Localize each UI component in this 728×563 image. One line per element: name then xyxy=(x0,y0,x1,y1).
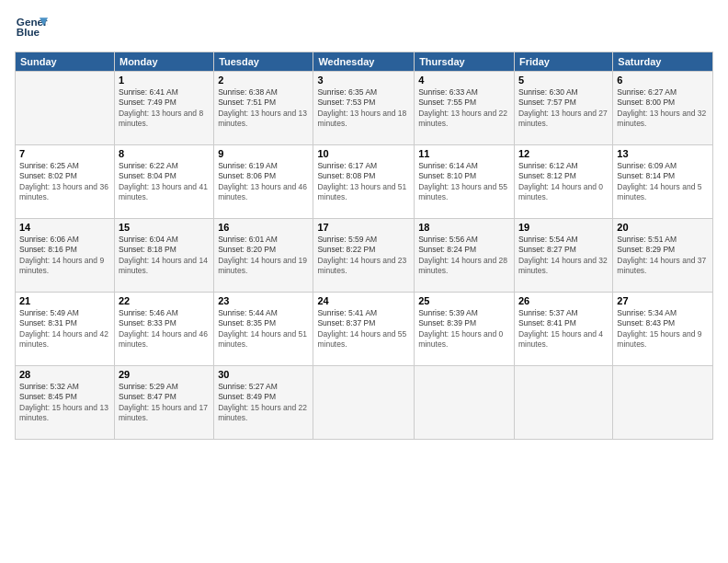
cell-sun-info: Sunrise: 5:46 AMSunset: 8:33 PMDaylight:… xyxy=(119,308,210,350)
cell-sunrise: Sunrise: 5:46 AM xyxy=(119,308,178,317)
calendar-cell: 6Sunrise: 6:27 AMSunset: 8:00 PMDaylight… xyxy=(613,72,713,145)
calendar-cell: 13Sunrise: 6:09 AMSunset: 8:14 PMDayligh… xyxy=(613,145,713,219)
cell-sunset: Sunset: 8:00 PM xyxy=(617,98,675,107)
cell-sunset: Sunset: 8:39 PM xyxy=(418,318,476,327)
calendar-week-row: 1Sunrise: 6:41 AMSunset: 7:49 PMDaylight… xyxy=(16,72,713,145)
cell-day-number: 11 xyxy=(418,148,510,159)
cell-sunset: Sunset: 8:02 PM xyxy=(19,171,77,180)
cell-sun-info: Sunrise: 5:54 AMSunset: 8:27 PMDaylight:… xyxy=(518,235,609,277)
cell-day-number: 1 xyxy=(119,75,210,86)
cell-sun-info: Sunrise: 6:27 AMSunset: 8:00 PMDaylight:… xyxy=(617,87,709,130)
calendar-cell xyxy=(16,72,115,145)
calendar-cell xyxy=(613,366,713,440)
cell-sunset: Sunset: 8:43 PM xyxy=(617,318,675,327)
calendar-weekday-monday: Monday xyxy=(114,52,213,72)
cell-daylight: Daylight: 14 hours and 55 minutes. xyxy=(317,329,406,349)
cell-sunset: Sunset: 8:45 PM xyxy=(19,392,77,401)
cell-sun-info: Sunrise: 5:27 AMSunset: 8:49 PMDaylight:… xyxy=(218,382,309,424)
cell-sun-info: Sunrise: 6:06 AMSunset: 8:16 PMDaylight:… xyxy=(19,235,110,277)
cell-sun-info: Sunrise: 6:19 AMSunset: 8:06 PMDaylight:… xyxy=(218,161,309,203)
cell-daylight: Daylight: 14 hours and 42 minutes. xyxy=(19,329,108,349)
calendar-cell: 9Sunrise: 6:19 AMSunset: 8:06 PMDaylight… xyxy=(214,145,313,219)
cell-day-number: 20 xyxy=(617,222,709,233)
cell-sun-info: Sunrise: 5:37 AMSunset: 8:41 PMDaylight:… xyxy=(518,308,609,350)
cell-daylight: Daylight: 15 hours and 4 minutes. xyxy=(518,329,603,349)
cell-daylight: Daylight: 15 hours and 17 minutes. xyxy=(119,403,208,422)
cell-day-number: 24 xyxy=(317,295,410,306)
cell-sunrise: Sunrise: 5:59 AM xyxy=(317,235,377,244)
cell-daylight: Daylight: 15 hours and 22 minutes. xyxy=(218,403,307,422)
cell-sunrise: Sunrise: 6:38 AM xyxy=(218,87,278,97)
cell-day-number: 4 xyxy=(418,75,510,86)
cell-sunrise: Sunrise: 6:12 AM xyxy=(518,161,578,170)
calendar-weekday-thursday: Thursday xyxy=(415,52,515,72)
calendar-cell: 1Sunrise: 6:41 AMSunset: 7:49 PMDaylight… xyxy=(114,72,213,145)
cell-daylight: Daylight: 13 hours and 8 minutes. xyxy=(119,109,203,128)
calendar-cell: 10Sunrise: 6:17 AMSunset: 8:08 PMDayligh… xyxy=(313,145,415,219)
cell-sun-info: Sunrise: 6:01 AMSunset: 8:20 PMDaylight:… xyxy=(218,235,309,277)
cell-sun-info: Sunrise: 6:25 AMSunset: 8:02 PMDaylight:… xyxy=(19,161,110,203)
cell-daylight: Daylight: 13 hours and 18 minutes. xyxy=(317,109,406,128)
logo: General Blue xyxy=(15,11,48,44)
cell-sunset: Sunset: 8:22 PM xyxy=(317,245,375,254)
calendar-cell: 3Sunrise: 6:35 AMSunset: 7:53 PMDaylight… xyxy=(313,72,415,145)
cell-daylight: Daylight: 14 hours and 19 minutes. xyxy=(218,256,307,275)
calendar-cell: 29Sunrise: 5:29 AMSunset: 8:47 PMDayligh… xyxy=(114,366,213,440)
cell-sunrise: Sunrise: 6:09 AM xyxy=(617,161,677,170)
cell-sun-info: Sunrise: 5:51 AMSunset: 8:29 PMDaylight:… xyxy=(617,235,709,277)
cell-daylight: Daylight: 14 hours and 23 minutes. xyxy=(317,256,406,275)
cell-sun-info: Sunrise: 5:32 AMSunset: 8:45 PMDaylight:… xyxy=(19,382,110,424)
cell-sunset: Sunset: 8:27 PM xyxy=(518,245,576,254)
cell-sunrise: Sunrise: 6:25 AM xyxy=(19,161,79,170)
cell-day-number: 25 xyxy=(418,295,510,306)
cell-day-number: 17 xyxy=(317,222,410,233)
calendar-weekday-saturday: Saturday xyxy=(613,52,713,72)
cell-day-number: 21 xyxy=(19,295,110,306)
calendar-cell: 18Sunrise: 5:56 AMSunset: 8:24 PMDayligh… xyxy=(415,219,515,293)
header: General Blue xyxy=(15,11,713,44)
cell-sunrise: Sunrise: 5:41 AM xyxy=(317,308,377,317)
cell-day-number: 19 xyxy=(518,222,609,233)
cell-day-number: 2 xyxy=(218,75,309,86)
cell-sun-info: Sunrise: 6:38 AMSunset: 7:51 PMDaylight:… xyxy=(218,87,309,130)
cell-day-number: 13 xyxy=(617,148,709,159)
cell-sun-info: Sunrise: 5:41 AMSunset: 8:37 PMDaylight:… xyxy=(317,308,410,350)
cell-daylight: Daylight: 13 hours and 55 minutes. xyxy=(418,182,507,201)
cell-sunrise: Sunrise: 6:35 AM xyxy=(317,87,377,97)
calendar-week-row: 7Sunrise: 6:25 AMSunset: 8:02 PMDaylight… xyxy=(16,145,713,219)
calendar-cell: 27Sunrise: 5:34 AMSunset: 8:43 PMDayligh… xyxy=(613,293,713,366)
calendar-week-row: 28Sunrise: 5:32 AMSunset: 8:45 PMDayligh… xyxy=(16,366,713,440)
calendar-cell: 4Sunrise: 6:33 AMSunset: 7:55 PMDaylight… xyxy=(415,72,515,145)
cell-sunset: Sunset: 8:31 PM xyxy=(19,318,77,327)
cell-sunset: Sunset: 8:06 PM xyxy=(218,171,276,180)
calendar-cell: 21Sunrise: 5:49 AMSunset: 8:31 PMDayligh… xyxy=(16,293,115,366)
cell-sunrise: Sunrise: 6:33 AM xyxy=(418,87,478,97)
calendar-cell: 12Sunrise: 6:12 AMSunset: 8:12 PMDayligh… xyxy=(514,145,612,219)
cell-daylight: Daylight: 15 hours and 0 minutes. xyxy=(418,329,503,349)
cell-sunset: Sunset: 7:53 PM xyxy=(317,98,375,107)
cell-sun-info: Sunrise: 5:44 AMSunset: 8:35 PMDaylight:… xyxy=(218,308,309,350)
cell-sunrise: Sunrise: 6:17 AM xyxy=(317,161,377,170)
cell-sunset: Sunset: 8:10 PM xyxy=(418,171,476,180)
calendar-cell: 26Sunrise: 5:37 AMSunset: 8:41 PMDayligh… xyxy=(514,293,612,366)
cell-day-number: 8 xyxy=(119,148,210,159)
cell-daylight: Daylight: 15 hours and 13 minutes. xyxy=(19,403,108,422)
cell-sunset: Sunset: 8:49 PM xyxy=(218,392,276,401)
cell-sun-info: Sunrise: 5:29 AMSunset: 8:47 PMDaylight:… xyxy=(119,382,210,424)
cell-sun-info: Sunrise: 5:34 AMSunset: 8:43 PMDaylight:… xyxy=(617,308,709,350)
cell-sunrise: Sunrise: 5:32 AM xyxy=(19,382,79,391)
calendar-cell: 25Sunrise: 5:39 AMSunset: 8:39 PMDayligh… xyxy=(415,293,515,366)
calendar-cell: 7Sunrise: 6:25 AMSunset: 8:02 PMDaylight… xyxy=(16,145,115,219)
calendar-week-row: 14Sunrise: 6:06 AMSunset: 8:16 PMDayligh… xyxy=(16,219,713,293)
cell-sunrise: Sunrise: 5:39 AM xyxy=(418,308,478,317)
cell-daylight: Daylight: 14 hours and 37 minutes. xyxy=(617,256,706,275)
calendar-cell: 20Sunrise: 5:51 AMSunset: 8:29 PMDayligh… xyxy=(613,219,713,293)
cell-daylight: Daylight: 15 hours and 9 minutes. xyxy=(617,329,701,349)
calendar-cell: 19Sunrise: 5:54 AMSunset: 8:27 PMDayligh… xyxy=(514,219,612,293)
cell-daylight: Daylight: 14 hours and 28 minutes. xyxy=(418,256,507,275)
cell-sunset: Sunset: 8:29 PM xyxy=(617,245,675,254)
cell-daylight: Daylight: 13 hours and 36 minutes. xyxy=(19,182,108,201)
cell-sunset: Sunset: 8:20 PM xyxy=(218,245,276,254)
cell-sunset: Sunset: 8:41 PM xyxy=(518,318,576,327)
cell-sunrise: Sunrise: 5:29 AM xyxy=(119,382,178,391)
